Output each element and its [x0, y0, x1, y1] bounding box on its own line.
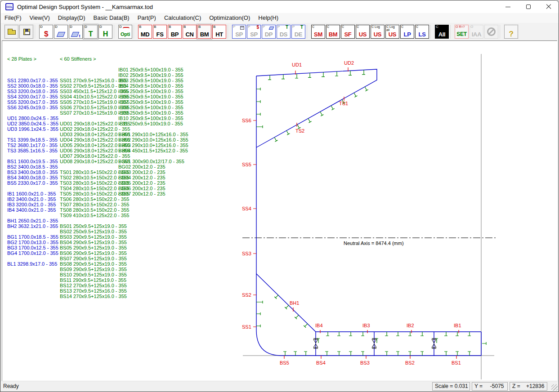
curve-icon	[123, 27, 130, 30]
label-bs1[interactable]: BS1	[452, 360, 461, 365]
part-sp-section[interactable]: PSP	[232, 25, 246, 39]
calc-ls[interactable]: CLS	[415, 25, 429, 39]
menu-bar: File(F)View(V)Display(D)Basic Data(B)Par…	[0, 13, 559, 23]
label-ss1[interactable]: SS1	[242, 324, 251, 330]
label-ss4[interactable]: SS4	[242, 206, 251, 211]
plate-t-icon: t	[71, 32, 79, 37]
label-ts1[interactable]: TS1	[339, 101, 348, 106]
status-z-coordinate: Z = +12836	[510, 382, 547, 391]
toolbar: D$DDtDTDHDOptiBMDBFSBBPBCNBBMBHTPSPP$SPP…	[0, 23, 559, 40]
label-ss3[interactable]: SS3	[242, 251, 251, 256]
label-ib2[interactable]: IB2	[407, 323, 414, 328]
stiffener-tick-marks	[256, 70, 486, 356]
display-section-modulus[interactable]: D$	[39, 25, 53, 39]
minimize-button[interactable]	[498, 0, 518, 13]
menu-item[interactable]: Basic Data(B)	[89, 13, 134, 23]
part-de[interactable]: PTDE	[291, 25, 305, 39]
app-window: CCL Optimal Design Support System - __Ka…	[0, 0, 559, 392]
neutral-axis-label: Neutral Axis = 8474.4 (mm)	[344, 241, 404, 246]
status-bar: Ready Scale = 0.031 Y = -5075 Z = +12836	[0, 381, 559, 392]
label-bs3[interactable]: BS3	[360, 360, 370, 365]
display-stiffener-h[interactable]: DH	[98, 25, 112, 39]
close-button[interactable]	[538, 0, 559, 13]
grid-icon	[240, 26, 244, 30]
label-ss6[interactable]: SS6	[242, 118, 251, 123]
menu-item[interactable]: Display(D)	[54, 13, 89, 23]
minimize-icon	[505, 7, 510, 7]
menu-item[interactable]: View(V)	[26, 13, 54, 23]
plate-icon	[57, 32, 65, 37]
calc-us-log[interactable]: C LogUS	[371, 25, 385, 39]
label-ud2[interactable]: UD2	[344, 60, 354, 66]
label-bs4[interactable]: BS4	[316, 360, 326, 365]
help-about[interactable]: ?	[504, 25, 518, 39]
label-tick-marks	[253, 67, 459, 359]
calc-lp[interactable]: CLP	[400, 25, 414, 39]
status-y-coordinate: Y = -5075	[472, 382, 508, 391]
menu-item[interactable]: Optimization(O)	[205, 13, 254, 23]
save-file[interactable]	[19, 25, 33, 39]
floppy-save-icon	[23, 29, 30, 35]
basic-data-md[interactable]: BMD	[138, 25, 152, 39]
close-icon	[546, 4, 551, 9]
menu-item[interactable]: Calculation(C)	[160, 13, 205, 23]
display-plate[interactable]: D	[54, 25, 68, 39]
label-ss2[interactable]: SS2	[242, 292, 251, 298]
dollar-icon: $	[256, 25, 259, 30]
label-ss5[interactable]: SS5	[242, 162, 251, 167]
basic-data-fs[interactable]: BFS	[153, 25, 167, 39]
basic-data-ht[interactable]: BHT	[212, 25, 226, 39]
part-sp-modulus[interactable]: P$SP	[247, 25, 261, 39]
calc-all[interactable]: CAll	[435, 25, 449, 39]
label-ib4[interactable]: IB4	[315, 323, 323, 328]
label-ib3[interactable]: IB3	[362, 323, 370, 328]
app-icon: CCL	[5, 3, 13, 10]
basic-data-cn[interactable]: BCN	[183, 25, 197, 39]
menu-item[interactable]: File(F)	[0, 13, 26, 23]
calc-sm[interactable]: CSM	[311, 25, 325, 39]
calc-us-log-all[interactable]: C Log allUS	[385, 25, 399, 39]
basic-data-bm[interactable]: BBM	[197, 25, 211, 39]
calc-sf[interactable]: CSF	[341, 25, 355, 39]
menu-item[interactable]: Part(P)	[134, 13, 160, 23]
calc-bm[interactable]: CBM	[326, 25, 340, 39]
label-ib1[interactable]: IB1	[454, 323, 461, 328]
maximize-icon	[526, 4, 531, 9]
label-ts2[interactable]: TS2	[295, 128, 304, 134]
hull-section-outline	[256, 69, 481, 356]
maximize-button[interactable]	[518, 0, 538, 13]
section-drawing: Neutral Axis = 8474.4 (mm) UD1 UD2 TS1 T…	[2, 41, 557, 381]
folder-open-icon	[8, 30, 16, 35]
part-labels: UD1 UD2 TS1 TS2 SS6 SS5 SS4 SS3 SS2 SS1 …	[242, 60, 461, 365]
stop-disabled[interactable]	[484, 25, 498, 39]
part-dp[interactable]: PDP	[262, 25, 276, 39]
basic-data-bp[interactable]: BBP	[168, 25, 182, 39]
label-bs5[interactable]: BS5	[280, 360, 289, 365]
display-opti[interactable]: DOpti	[118, 25, 132, 39]
label-ud1[interactable]: UD1	[292, 62, 302, 67]
display-plate-thickness[interactable]: Dt	[69, 25, 83, 39]
status-message: Ready	[3, 383, 19, 389]
menu-item[interactable]: Help(H)	[254, 13, 282, 23]
label-bs2[interactable]: BS2	[405, 360, 415, 365]
status-scale: Scale = 0.031	[432, 382, 470, 391]
plate-sm-icon	[269, 27, 274, 30]
label-bh1[interactable]: BH1	[290, 300, 299, 306]
display-stiffener-t[interactable]: DT	[84, 25, 98, 39]
open-file[interactable]	[4, 25, 18, 39]
client-area: < 28 Plates > SS1 2280.0x17.0 - 355SS2 3…	[2, 40, 557, 381]
calc-us[interactable]: CUS	[356, 25, 370, 39]
title-bar: CCL Optimal Design Support System - __Ka…	[0, 0, 559, 13]
resize-grip[interactable]	[551, 384, 558, 391]
tee-icon: T	[286, 25, 288, 30]
part-ds[interactable]: PTDS	[277, 25, 291, 39]
optimize-set[interactable]: O R=?SET	[455, 25, 469, 39]
window-title: Optimal Design Support System - __Kamsar…	[17, 4, 153, 10]
no-symbol-icon	[487, 27, 496, 36]
optimize-iaa[interactable]: OIAA	[470, 25, 483, 39]
tee-icon: T	[300, 25, 303, 30]
girder-support-symbols	[313, 339, 436, 348]
